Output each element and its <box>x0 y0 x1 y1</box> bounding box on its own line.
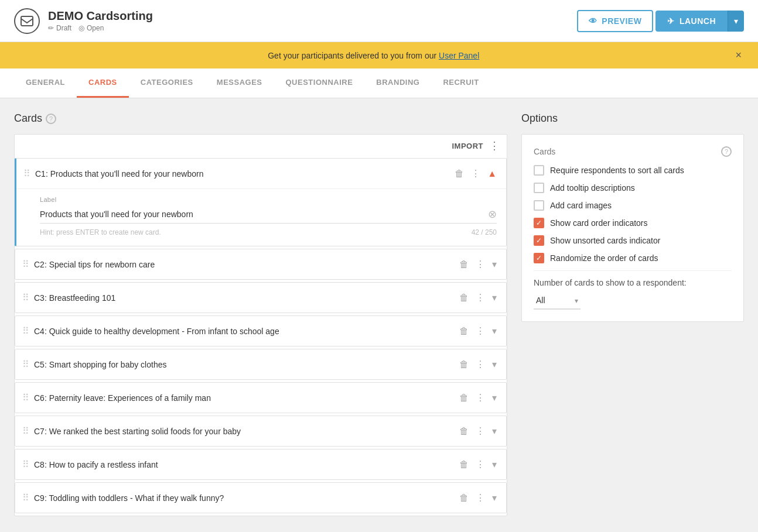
card-collapse-button[interactable]: ▲ <box>485 166 499 181</box>
card-field-wrapper: ⊗ <box>40 205 497 224</box>
card-item: ⠿ C9: Toddling with toddlers - What if t… <box>15 482 507 513</box>
options-help-icon[interactable]: ? <box>721 146 732 157</box>
app-title: DEMO Cardsorting <box>48 9 153 23</box>
card-actions: 🗑 ⋮ ▾ <box>457 356 499 372</box>
card-label-text: C1: Products that you'll need for your n… <box>35 169 448 179</box>
banner-text: Get your participants delivered to you f… <box>14 51 733 60</box>
card-expand-button[interactable]: ▾ <box>490 457 499 472</box>
card-row: ⠿ C1: Products that you'll need for your… <box>16 159 506 188</box>
drag-handle-icon[interactable]: ⠿ <box>22 459 29 470</box>
tab-cards[interactable]: CARDS <box>77 68 129 98</box>
card-item: ⠿ C8: How to pacify a restless infant 🗑 … <box>15 449 507 480</box>
checkbox-card_images[interactable] <box>534 200 544 211</box>
card-more-button[interactable]: ⋮ <box>473 356 487 372</box>
drag-handle-icon[interactable]: ⠿ <box>22 325 29 337</box>
card-delete-button[interactable]: 🗑 <box>457 357 471 372</box>
card-row: ⠿ C2: Special tips for newborn care 🗑 ⋮ … <box>15 249 506 279</box>
card-clear-button[interactable]: ⊗ <box>488 208 497 221</box>
launch-button[interactable]: ✈ LAUNCH <box>655 11 728 32</box>
card-more-button[interactable]: ⋮ <box>473 423 487 439</box>
card-delete-button[interactable]: 🗑 <box>457 490 471 506</box>
drag-handle-icon[interactable]: ⠿ <box>23 168 30 179</box>
drag-handle-icon[interactable]: ⠿ <box>22 292 29 303</box>
launch-dropdown-button[interactable]: ▾ <box>728 11 744 32</box>
card-row: ⠿ C4: Quick guide to healthy development… <box>15 316 506 346</box>
card-delete-button[interactable]: 🗑 <box>457 290 471 306</box>
card-more-button[interactable]: ⋮ <box>473 290 487 306</box>
drag-handle-icon[interactable]: ⠿ <box>22 359 29 370</box>
card-expand-button[interactable]: ▾ <box>490 423 499 439</box>
tab-recruit[interactable]: RECRUIT <box>431 68 490 98</box>
card-expand-button[interactable]: ▾ <box>490 356 499 372</box>
checkbox-randomize[interactable]: ✓ <box>534 253 544 263</box>
draft-status: ✏ Draft <box>48 24 71 32</box>
card-more-button[interactable]: ⋮ <box>473 457 487 472</box>
card-item: ⠿ C5: Smart shopping for baby clothes 🗑 … <box>15 349 507 380</box>
card-actions: 🗑 ⋮ ▾ <box>457 256 499 272</box>
checkbox-require_sort[interactable] <box>534 165 544 176</box>
option-label-randomize: Randomize the order of cards <box>550 253 658 263</box>
tab-questionnaire[interactable]: QUESTIONNAIRE <box>274 68 364 98</box>
card-item: ⠿ C7: We ranked the best starting solid … <box>15 416 507 447</box>
card-more-button[interactable]: ⋮ <box>469 166 483 181</box>
card-more-button[interactable]: ⋮ <box>473 390 487 406</box>
drag-handle-icon[interactable]: ⠿ <box>22 425 29 437</box>
card-expand-button[interactable]: ▾ <box>490 490 499 506</box>
card-hint-text: Hint: press ENTER to create new card. <box>40 228 161 236</box>
card-more-button[interactable]: ⋮ <box>473 323 487 339</box>
card-delete-button[interactable]: 🗑 <box>457 457 471 472</box>
option-item-randomize: ✓ Randomize the order of cards <box>534 253 732 263</box>
card-more-button[interactable]: ⋮ <box>473 490 487 506</box>
card-expand-button[interactable]: ▾ <box>490 323 499 339</box>
card-label-text: C8: How to pacify a restless infant <box>34 460 452 469</box>
card-delete-button[interactable]: 🗑 <box>452 166 466 181</box>
option-item-require_sort: Require respondents to sort all cards <box>534 165 732 176</box>
card-label-input[interactable] <box>40 210 488 219</box>
drag-handle-icon[interactable]: ⠿ <box>22 492 29 503</box>
option-label-order_indicators: Show card order indicators <box>550 218 648 228</box>
checkbox-order_indicators[interactable]: ✓ <box>534 218 544 228</box>
cards-toolbar: IMPORT ⋮ <box>15 135 507 157</box>
card-more-button[interactable]: ⋮ <box>473 256 487 272</box>
card-delete-button[interactable]: 🗑 <box>457 390 471 406</box>
card-label-text: C4: Quick guide to healthy development -… <box>34 327 452 336</box>
app-logo <box>14 8 40 34</box>
preview-button[interactable]: 👁 PREVIEW <box>577 10 654 32</box>
eye-icon: 👁 <box>589 16 597 26</box>
card-row: ⠿ C6: Paternity leave: Experiences of a … <box>15 383 506 413</box>
card-item: ⠿ C1: Products that you'll need for your… <box>15 158 507 246</box>
checkbox-unsorted_indicator[interactable]: ✓ <box>534 235 544 246</box>
banner-close-button[interactable]: × <box>733 49 744 61</box>
card-expand-button[interactable]: ▾ <box>490 290 499 306</box>
num-cards-select[interactable]: All51015202530 <box>534 292 581 310</box>
cards-help-icon[interactable]: ? <box>46 114 56 124</box>
card-expand-button[interactable]: ▾ <box>490 390 499 406</box>
card-item: ⠿ C6: Paternity leave: Experiences of a … <box>15 382 507 413</box>
card-expand-button[interactable]: ▾ <box>490 256 499 272</box>
option-label-card_images: Add card images <box>550 201 612 210</box>
open-status: ◎ Open <box>78 24 104 32</box>
tab-general[interactable]: GENERAL <box>14 68 77 98</box>
user-panel-link[interactable]: User Panel <box>439 51 479 60</box>
tab-branding[interactable]: BRANDING <box>364 68 431 98</box>
card-actions: 🗑 ⋮ ▾ <box>457 457 499 472</box>
checkbox-tooltip_desc[interactable] <box>534 183 544 193</box>
card-delete-button[interactable]: 🗑 <box>457 324 471 339</box>
drag-handle-icon[interactable]: ⠿ <box>22 392 29 403</box>
card-delete-button[interactable]: 🗑 <box>457 424 471 439</box>
drag-handle-icon[interactable]: ⠿ <box>22 259 29 270</box>
card-actions: 🗑 ⋮ ▾ <box>457 390 499 406</box>
import-button[interactable]: IMPORT <box>452 142 483 150</box>
card-actions: 🗑 ⋮ ▾ <box>457 323 499 339</box>
card-char-count: 42 / 250 <box>472 228 497 236</box>
tab-messages[interactable]: MESSAGES <box>205 68 274 98</box>
toolbar-more-button[interactable]: ⋮ <box>489 139 500 152</box>
option-item-order_indicators: ✓ Show card order indicators <box>534 218 732 228</box>
card-row: ⠿ C7: We ranked the best starting solid … <box>15 416 506 446</box>
options-cards-subtitle: Cards ? <box>534 146 732 157</box>
launch-icon: ✈ <box>667 16 675 26</box>
tab-categories[interactable]: CATEGORIES <box>129 68 205 98</box>
card-delete-button[interactable]: 🗑 <box>457 257 471 272</box>
chevron-down-icon: ▾ <box>734 16 738 26</box>
app-header: DEMO Cardsorting ✏ Draft ◎ Open 👁 PREVIE… <box>0 0 758 42</box>
